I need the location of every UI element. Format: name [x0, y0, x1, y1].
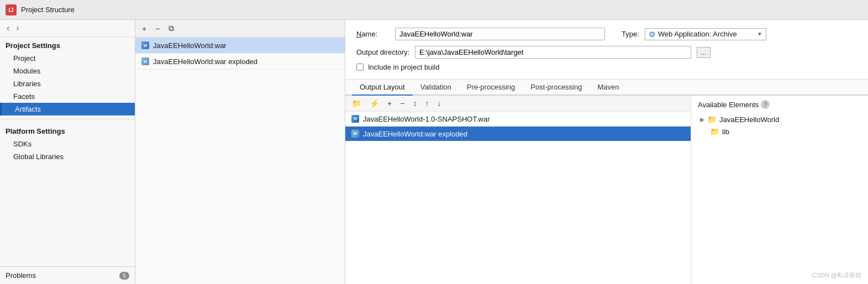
app-icon: IJ	[6, 4, 17, 15]
available-elements-label: Available Elements ?	[698, 100, 861, 109]
title-bar: IJ Project Structure	[0, 0, 868, 20]
layout-left: 📁 ⚡ + − ↕ ↑ ↓ W JavaEEHelloWorld-1.0-SNA…	[345, 96, 691, 284]
main-layout: ‹ › Project Settings Project Modules Lib…	[0, 20, 868, 284]
problems-label: Problems	[6, 271, 36, 280]
name-label: Name:	[356, 30, 390, 38]
available-elements-tree: ▶ 📁 JavaEEHelloWorld 📁 lib	[698, 113, 861, 138]
include-in-build-row: Include in project build	[356, 63, 857, 71]
tab-validation[interactable]: Validation	[413, 80, 459, 96]
avail-item-lib-label: lib	[722, 128, 729, 136]
output-dir-row: Output directory: …	[356, 46, 857, 59]
layout-down-button[interactable]: ↓	[434, 97, 444, 109]
name-input[interactable]	[395, 28, 605, 40]
type-select[interactable]: ⚙ Web Application: Archive ▼	[645, 28, 766, 40]
output-dir-label: Output directory:	[356, 48, 409, 56]
project-settings-label: Project Settings	[0, 37, 135, 52]
layout-remove-button[interactable]: −	[397, 97, 408, 109]
copy-artifact-button[interactable]: ⧉	[165, 22, 177, 35]
sidebar-nav: ‹ ›	[0, 20, 135, 37]
artifact-item-war-exploded[interactable]: W JavaEEHelloWorld:war exploded	[135, 54, 345, 70]
output-layout-content: 📁 ⚡ + − ↕ ↑ ↓ W JavaEEHelloWorld-1.0-SNA…	[345, 96, 868, 284]
layout-item-snapshot-war-label: JavaEEHelloWorld-1.0-SNAPSHOT.war	[363, 115, 490, 123]
tab-post-processing[interactable]: Post-processing	[523, 80, 590, 96]
platform-settings-label: Platform Settings	[0, 123, 135, 138]
problems-badge: 5	[119, 272, 129, 280]
forward-button[interactable]: ›	[14, 22, 21, 34]
type-label: Type:	[622, 30, 639, 38]
available-elements-panel: Available Elements ? ▶ 📁 JavaEEHelloWorl…	[691, 96, 868, 284]
chevron-right-icon: ▶	[700, 116, 704, 123]
avail-item-javaeehelloworld-label: JavaEEHelloWorld	[719, 115, 779, 124]
artifact-toolbar: + − ⧉	[135, 20, 345, 38]
tab-output-layout[interactable]: Output Layout	[352, 80, 413, 96]
output-dir-input[interactable]	[415, 46, 691, 59]
layout-item-war-exploded[interactable]: W JavaEEHelloWorld:war exploded	[345, 127, 691, 141]
layout-war-exploded-icon: W	[351, 129, 360, 138]
sidebar-item-facets[interactable]: Facets	[0, 90, 135, 103]
folder-icon: 📁	[707, 115, 717, 124]
sidebar-item-project[interactable]: Project	[0, 52, 135, 65]
artifact-panel: + − ⧉ W JavaEEHelloWorld:war W JavaEEHel…	[135, 20, 345, 284]
sidebar-item-libraries[interactable]: Libraries	[0, 77, 135, 90]
available-elements-help[interactable]: ?	[761, 100, 770, 109]
back-button[interactable]: ‹	[4, 22, 12, 34]
layout-sort-button[interactable]: ↕	[409, 97, 420, 109]
layout-toolbar: 📁 ⚡ + − ↕ ↑ ↓	[345, 96, 691, 112]
type-dropdown-arrow: ▼	[757, 31, 762, 37]
layout-up-button[interactable]: ↑	[422, 97, 432, 109]
detail-panel: Name: Type: ⚙ Web Application: Archive ▼…	[345, 20, 868, 284]
layout-add-button[interactable]: +	[384, 97, 395, 109]
remove-artifact-button[interactable]: −	[152, 23, 163, 35]
artifact-list: W JavaEEHelloWorld:war W JavaEEHelloWorl…	[135, 38, 345, 284]
tabs-bar: Output Layout Validation Pre-processing …	[345, 80, 868, 96]
layout-add-dir-button[interactable]: 📁	[349, 97, 365, 109]
avail-item-javaeehelloworld[interactable]: ▶ 📁 JavaEEHelloWorld	[698, 113, 861, 125]
name-row: Name: Type: ⚙ Web Application: Archive ▼	[356, 28, 857, 40]
artifact-item-war-exploded-label: JavaEEHelloWorld:war exploded	[153, 57, 257, 66]
include-in-build-checkbox[interactable]	[356, 64, 364, 71]
war-exploded-icon: W	[141, 57, 150, 66]
detail-form: Name: Type: ⚙ Web Application: Archive ▼…	[345, 20, 868, 80]
artifact-item-war-label: JavaEEHelloWorld:war	[153, 41, 227, 50]
sidebar-item-sdks[interactable]: SDKs	[0, 138, 135, 150]
sidebar: ‹ › Project Settings Project Modules Lib…	[0, 20, 135, 284]
output-dir-browse-button[interactable]: …	[697, 47, 711, 58]
tab-pre-processing[interactable]: Pre-processing	[459, 80, 523, 96]
layout-item-war-exploded-label: JavaEEHelloWorld:war exploded	[363, 130, 467, 138]
watermark: CSDN @私语茶馆	[812, 271, 861, 280]
artifact-item-war[interactable]: W JavaEEHelloWorld:war	[135, 38, 345, 54]
type-icon: ⚙	[649, 30, 656, 39]
type-text: Web Application: Archive	[658, 30, 755, 38]
sidebar-item-modules[interactable]: Modules	[0, 65, 135, 77]
layout-item-snapshot-war[interactable]: W JavaEEHelloWorld-1.0-SNAPSHOT.war	[345, 112, 691, 127]
layout-add-lib-button[interactable]: ⚡	[366, 97, 382, 109]
avail-item-lib[interactable]: 📁 lib	[698, 125, 861, 138]
sidebar-item-artifacts[interactable]: Artifacts	[0, 103, 135, 115]
problems-section[interactable]: Problems 5	[0, 266, 135, 284]
window-title: Project Structure	[21, 6, 75, 14]
add-artifact-button[interactable]: +	[139, 23, 150, 35]
layout-war-icon: W	[351, 114, 360, 123]
sidebar-divider	[0, 119, 135, 119]
folder-icon-lib: 📁	[710, 127, 719, 136]
war-icon: W	[141, 41, 150, 50]
include-in-build-label: Include in project build	[368, 63, 439, 71]
layout-list: W JavaEEHelloWorld-1.0-SNAPSHOT.war W Ja…	[345, 112, 691, 284]
sidebar-item-global-libraries[interactable]: Global Libraries	[0, 150, 135, 163]
tab-maven[interactable]: Maven	[590, 80, 627, 96]
